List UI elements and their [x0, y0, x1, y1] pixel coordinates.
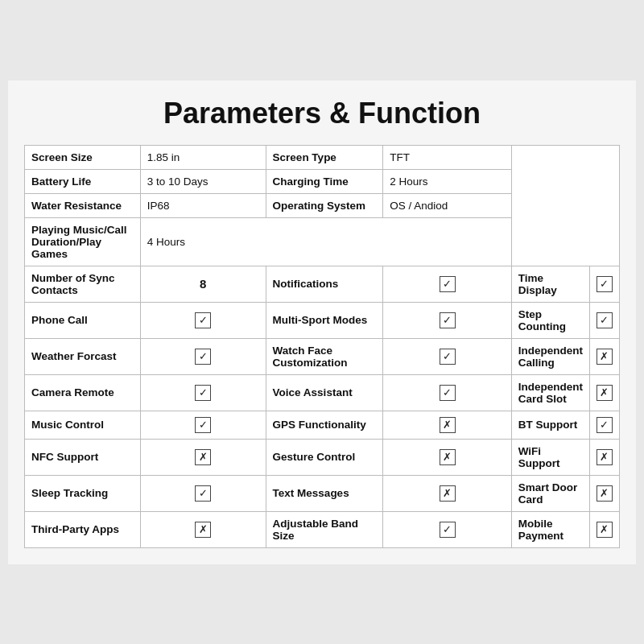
feature-value: [589, 338, 619, 374]
param-label: Water Resistance: [25, 193, 141, 217]
feature-label: Independent Card Slot: [511, 374, 589, 411]
feature-value: [383, 374, 511, 411]
param-label: Playing Music/Call Duration/Play Games: [25, 217, 141, 266]
feature-value: [589, 302, 619, 338]
feature-value: [383, 439, 511, 475]
param-value: 4 Hours: [140, 217, 511, 266]
param-label: Screen Type: [266, 145, 383, 169]
feature-label: Phone Call: [25, 302, 141, 338]
check-no-icon: [597, 449, 613, 465]
feature-label: Camera Remote: [25, 374, 141, 411]
feature-label: Gesture Control: [266, 439, 383, 475]
page-title: Parameters & Function: [24, 97, 620, 130]
feature-value: [383, 302, 511, 338]
check-yes-icon: [195, 312, 211, 328]
feature-value: [589, 411, 619, 439]
feature-value: [383, 411, 511, 439]
check-yes-icon: [597, 312, 613, 328]
params-table: Screen Size1.85 inScreen TypeTFTBattery …: [24, 145, 620, 548]
feature-label: GPS Functionality: [266, 411, 383, 439]
check-no-icon: [195, 522, 211, 538]
feature-value: [383, 511, 511, 547]
feature-value: [589, 374, 619, 411]
feature-label: Adjustable Band Size: [266, 511, 383, 547]
param-label: Battery Life: [25, 169, 141, 193]
check-yes-icon: [195, 485, 211, 502]
feature-label: Voice Assistant: [266, 374, 383, 411]
page-container: Parameters & Function Screen Size1.85 in…: [8, 80, 636, 564]
feature-label: Smart Door Card: [511, 475, 589, 511]
check-no-icon: [440, 485, 456, 502]
feature-label: Independent Calling: [511, 338, 589, 374]
check-yes-icon: [195, 417, 211, 433]
feature-row: Music ControlGPS FunctionalityBT Support: [25, 411, 620, 439]
feature-row: Phone CallMulti-Sport ModesStep Counting: [25, 302, 620, 338]
feature-label: Sleep Tracking: [25, 475, 141, 511]
feature-value: [140, 374, 266, 411]
feature-label: Third-Party Apps: [25, 511, 141, 547]
feature-value: [140, 511, 266, 547]
table-row: Screen Size1.85 inScreen TypeTFT: [25, 145, 620, 169]
check-no-icon: [597, 349, 613, 365]
check-no-icon: [597, 385, 613, 401]
check-yes-icon: [440, 522, 456, 538]
feature-value: [140, 439, 266, 475]
param-value: IP68: [140, 193, 266, 217]
feature-row: NFC SupportGesture ControlWiFi Support: [25, 439, 620, 475]
feature-row: Third-Party AppsAdjustable Band SizeMobi…: [25, 511, 620, 547]
feature-value: [140, 338, 266, 374]
check-yes-icon: [440, 349, 456, 365]
feature-value: [140, 302, 266, 338]
param-value: TFT: [383, 145, 511, 169]
feature-label: Weather Forcast: [25, 338, 141, 374]
feature-value: [140, 475, 266, 511]
feature-label: BT Support: [511, 411, 589, 439]
feature-label: Text Messages: [266, 475, 383, 511]
feature-label: Multi-Sport Modes: [266, 302, 383, 338]
check-yes-icon: [597, 276, 613, 292]
feature-label: WiFi Support: [511, 439, 589, 475]
check-yes-icon: [597, 417, 613, 433]
feature-label: Notifications: [266, 266, 383, 302]
param-label: Charging Time: [266, 169, 383, 193]
feature-value: [140, 411, 266, 439]
feature-label: Number of Sync Contacts: [25, 266, 141, 302]
feature-row: Sleep TrackingText MessagesSmart Door Ca…: [25, 475, 620, 511]
feature-value: [589, 266, 619, 302]
table-row: Battery Life3 to 10 DaysCharging Time2 H…: [25, 169, 620, 193]
feature-value: [589, 475, 619, 511]
feature-value: 8: [140, 266, 266, 302]
feature-row: Camera RemoteVoice AssistantIndependent …: [25, 374, 620, 411]
feature-row: Number of Sync Contacts8NotificationsTim…: [25, 266, 620, 302]
feature-value: [383, 475, 511, 511]
param-value: OS / Andiod: [383, 193, 511, 217]
check-no-icon: [597, 522, 613, 538]
feature-label: Mobile Payment: [511, 511, 589, 547]
check-no-icon: [440, 417, 456, 433]
param-value: 3 to 10 Days: [140, 169, 266, 193]
param-label: Screen Size: [25, 145, 141, 169]
feature-label: Step Counting: [511, 302, 589, 338]
feature-value: [383, 338, 511, 374]
feature-label: Time Display: [511, 266, 589, 302]
feature-row: Weather ForcastWatch Face CustomizationI…: [25, 338, 620, 374]
feature-label: NFC Support: [25, 439, 141, 475]
check-no-icon: [597, 485, 613, 502]
check-yes-icon: [195, 349, 211, 365]
check-yes-icon: [440, 312, 456, 328]
feature-value: [589, 511, 619, 547]
feature-value: [589, 439, 619, 475]
param-label: Operating System: [266, 193, 383, 217]
check-yes-icon: [195, 385, 211, 401]
table-row: Playing Music/Call Duration/Play Games4 …: [25, 217, 620, 266]
feature-label: Watch Face Customization: [266, 338, 383, 374]
check-no-icon: [195, 449, 211, 465]
feature-value: [383, 266, 511, 302]
feature-label: Music Control: [25, 411, 141, 439]
check-no-icon: [440, 449, 456, 465]
check-yes-icon: [440, 385, 456, 401]
param-value: 2 Hours: [383, 169, 511, 193]
table-row: Water ResistanceIP68Operating SystemOS /…: [25, 193, 620, 217]
check-yes-icon: [440, 276, 456, 292]
param-value: 1.85 in: [140, 145, 266, 169]
